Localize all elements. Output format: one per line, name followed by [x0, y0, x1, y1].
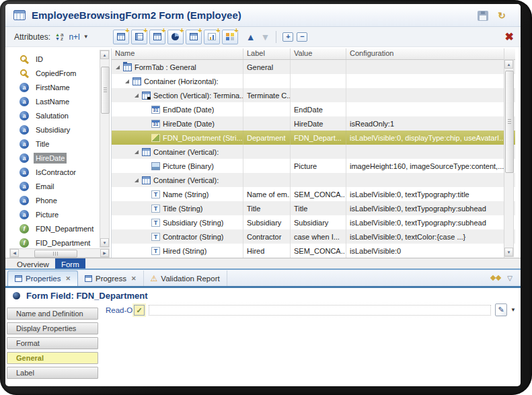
scroll-left-icon[interactable]: ◀ [10, 249, 19, 257]
view-menu-icon[interactable]: ▽ [507, 275, 512, 282]
view-tab-label: Properties [26, 275, 61, 283]
attribute-item-lastname[interactable]: aLastName [9, 94, 98, 108]
scrollbar-thumb[interactable] [505, 71, 514, 173]
tree-row-enddate-date[interactable]: 31EndDate (Date)EndDate [112, 102, 515, 116]
column-header-configuration[interactable]: Configuration [346, 48, 504, 59]
view-tab-properties[interactable]: Properties✕ [7, 271, 78, 286]
tree-row-fdn-department-stri[interactable]: FDN_Department (Stri...DepartmentFDN_Dep… [112, 131, 515, 145]
attribute-item-salutation[interactable]: aSalutation [9, 108, 98, 122]
expander-icon[interactable] [114, 60, 123, 74]
add-table-widget-button-glyph [190, 33, 198, 40]
tree-row-contractor-string[interactable]: TContractor (String)Contractorcase when … [112, 229, 515, 244]
add-list-field-button[interactable] [149, 30, 165, 44]
readonly-checkbox[interactable]: ✓ [134, 305, 145, 316]
add-labeled-field-button[interactable] [131, 30, 147, 44]
readonly-value-field[interactable] [149, 305, 491, 316]
scroll-down-icon[interactable]: ▼ [504, 248, 513, 256]
editor-tab-overview[interactable]: Overview [11, 258, 55, 269]
attribute-item-firstname[interactable]: aFirstName [9, 80, 98, 94]
attributes-vertical-scrollbar[interactable]: ▲ ▼ [100, 50, 110, 248]
scroll-up-icon[interactable]: ▲ [100, 50, 109, 59]
tree-header: NameLabelValueConfiguration [112, 48, 515, 60]
expander-icon[interactable] [133, 145, 142, 159]
attribute-label: LastName [34, 96, 71, 107]
attribute-item-iscontractor[interactable]: aIsContractor [9, 165, 98, 179]
tree-row-subsidiary-string[interactable]: TSubsidiary (String)SubsidiarySubsidiary… [112, 215, 515, 229]
attributes-horizontal-scrollbar[interactable]: ◀ ▶ [9, 248, 110, 258]
move-down-button[interactable]: ▼ [261, 32, 270, 42]
add-mosaic-widget-button[interactable] [222, 30, 238, 44]
tree-row-section-vertical-termina[interactable]: Section (Vertical): Termina...Terminate … [112, 88, 515, 102]
column-header-value[interactable]: Value [291, 48, 346, 59]
tree-row-picture-binary[interactable]: Picture (Binary)PictureimageHeight:160, … [112, 159, 515, 173]
attributes-toolbar: Attributes: ▲▼ az n+l ▼ ▲ ▼ + − ✖ [5, 27, 521, 47]
properties-section-name-and-definition[interactable]: Name and Definition [7, 308, 98, 320]
expander-icon[interactable] [133, 173, 142, 187]
add-chart-widget-button[interactable] [204, 30, 220, 44]
collapse-all-button[interactable]: − [297, 32, 307, 42]
expand-all-button[interactable]: + [282, 32, 293, 42]
attribute-label: IsContractor [34, 167, 78, 178]
tree-vertical-scrollbar[interactable]: ▲ ▼ [504, 59, 514, 257]
properties-section-general[interactable]: General [7, 352, 98, 364]
tree-row-formtab-general[interactable]: FormTab : GeneralGeneral [112, 60, 515, 74]
tree-row-hired-string[interactable]: THired (String)HiredSEM_CONCA..isLabelVi… [112, 244, 515, 258]
tree-row-container-vertical[interactable]: Container (Vertical): [112, 173, 515, 187]
attribute-label: HireDate [34, 153, 67, 164]
tree-item-name: HireDate (Date) [163, 120, 215, 128]
tree-row-title-string[interactable]: TTitle (String)TitleTitleisLabelVisible:… [112, 201, 515, 215]
attribute-icon: a [20, 210, 29, 219]
expander-icon[interactable] [133, 88, 142, 102]
attributes-list: IDCopiedFromaFirstNameaLastNameaSalutati… [9, 52, 98, 250]
attribute-item-phone[interactable]: aPhone [9, 193, 98, 207]
scrollbar-thumb[interactable] [34, 250, 77, 258]
attribute-item-id[interactable]: ID [9, 52, 98, 66]
tree-row-name-string[interactable]: TName (String)Name of em...SEM_CONCA..is… [112, 187, 515, 201]
attribute-item-title[interactable]: aTitle [9, 137, 98, 151]
tree-cell-name: Container (Vertical): [112, 173, 243, 187]
properties-view-icon [15, 275, 22, 282]
scrollbar-thumb[interactable] [101, 67, 110, 114]
close-icon[interactable]: ✕ [131, 275, 137, 282]
move-up-button[interactable]: ▲ [246, 32, 256, 42]
view-tab-progress[interactable]: Progress✕ [78, 271, 144, 286]
scroll-right-icon[interactable]: ▶ [100, 249, 109, 257]
column-header-name[interactable]: Name [112, 48, 243, 59]
sort-mode-dropdown[interactable]: n+l ▼ [69, 32, 88, 42]
tree-row-container-vertical[interactable]: Container (Vertical): [112, 145, 515, 159]
attribute-item-copiedfrom[interactable]: CopiedFrom [9, 66, 98, 80]
date-icon: 31 [151, 106, 160, 114]
tree-row-container-horizontal[interactable]: Container (Horizontal): [112, 74, 515, 88]
edit-dropdown-icon[interactable]: ▼ [510, 307, 516, 313]
attribute-item-subsidiary[interactable]: aSubsidiary [9, 122, 98, 137]
attribute-item-fid-department[interactable]: fFID_Department [9, 236, 98, 250]
sort-icon[interactable]: ▲▼ az [55, 33, 63, 41]
view-tab-validation-report[interactable]: ⚠Validation Report [144, 271, 227, 286]
scroll-down-icon[interactable]: ▼ [100, 238, 109, 247]
tree-row-hiredate-date[interactable]: 31HireDate (Date)HireDateisReadOnly:1 [112, 116, 515, 131]
attribute-icon: a [20, 153, 29, 163]
add-pie-widget-button[interactable] [167, 30, 184, 44]
attribute-label: FirstName [34, 82, 72, 93]
scroll-up-icon[interactable]: ▲ [504, 60, 513, 69]
tree-cell-label: Department [243, 131, 291, 145]
restore-view-icon[interactable] [491, 274, 501, 282]
save-icon[interactable] [478, 11, 488, 21]
attribute-item-email[interactable]: aEmail [9, 179, 98, 193]
edit-icon[interactable]: ✎ [495, 303, 507, 316]
attribute-item-fdn-department[interactable]: fFDN_Department [9, 221, 98, 236]
properties-section-format[interactable]: Format [7, 337, 98, 349]
add-table-widget-button[interactable] [186, 30, 202, 44]
attribute-item-hiredate[interactable]: aHireDate [9, 151, 98, 165]
editor-tab-form[interactable]: Form [55, 258, 85, 269]
expander-icon[interactable] [124, 74, 132, 88]
properties-section-display-properties[interactable]: Display Properties [7, 322, 98, 334]
properties-section-label[interactable]: Label [7, 367, 98, 379]
add-field-button[interactable] [113, 30, 129, 44]
properties-section-list: Name and DefinitionDisplay PropertiesFor… [7, 308, 98, 382]
column-header-label[interactable]: Label [243, 48, 291, 59]
sync-icon[interactable]: ↻ [498, 10, 506, 21]
close-icon[interactable]: ✕ [65, 275, 71, 282]
close-editor-icon[interactable]: ✖ [505, 30, 514, 43]
attribute-item-picture[interactable]: aPicture [9, 207, 98, 221]
